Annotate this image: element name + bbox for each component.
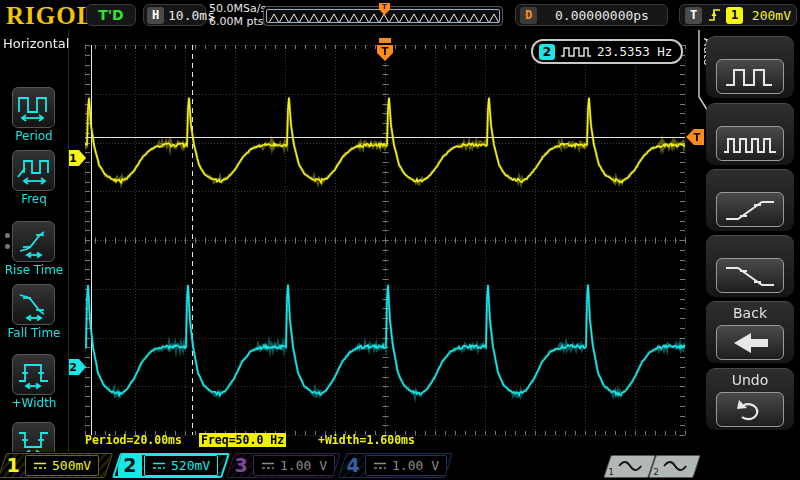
delay-panel: D 0.00000000ps — [515, 4, 668, 26]
measurement-popup: 2 23.5353 Hz — [531, 39, 683, 64]
sine-icon — [662, 459, 688, 473]
timebase-panel: H 10.0ms — [143, 4, 206, 26]
t-label-chip: T — [685, 7, 702, 24]
trigger-source-badge: 1 — [726, 7, 743, 24]
multi-pulse-icon — [720, 130, 780, 158]
measure-value: 23.5353 Hz — [597, 44, 672, 59]
trigger-level-value: 200mV — [748, 8, 791, 23]
channel-1-status[interactable]: 1 500mV — [0, 453, 113, 478]
channel-3-number: 3 — [231, 453, 251, 478]
rise-time-icon — [15, 225, 53, 258]
freq-icon — [15, 154, 53, 187]
period-icon — [15, 91, 53, 124]
generator-2-number: 2 — [653, 467, 659, 477]
channel-1-scale: 500mV — [52, 458, 91, 473]
dc-coupling-icon — [33, 461, 47, 471]
sidebar-item-rise-time-label: Rise Time — [0, 263, 68, 277]
dc-coupling-icon — [152, 461, 166, 471]
freq-wave-icon — [559, 45, 593, 59]
measure-source-badge: 2 — [539, 44, 555, 60]
rising-ramp-icon — [720, 196, 780, 224]
channel-4-scale: 1.00 V — [392, 458, 439, 473]
sidebar-title: Horizontal — [3, 36, 69, 51]
timebase-value: 10.0ms — [168, 8, 215, 23]
channel-2-status[interactable]: 2 520mV — [112, 453, 230, 478]
trigger-panel: T 1 200mV — [679, 4, 797, 26]
fall-time-icon — [15, 288, 53, 321]
memory-depth: 6.00M pts — [209, 15, 266, 28]
d-label-chip: D — [520, 7, 537, 24]
rigol-logo: RIGOL — [6, 2, 94, 30]
page-indicator-dot — [5, 244, 10, 249]
waveform-overview-bar: T — [263, 6, 503, 26]
generator-1-number: 1 — [608, 467, 614, 477]
plus-width-icon — [15, 358, 53, 391]
measure-result-freq[interactable]: Freq=50.0 Hz — [199, 433, 286, 447]
channel-4-number: 4 — [343, 453, 363, 478]
back-button-label: Back — [706, 305, 794, 321]
sidebar-item-fall-time-label: Fall Time — [0, 326, 68, 340]
sample-rate: 50.0MSa/s — [209, 2, 266, 15]
sidebar-item-rise-time[interactable] — [12, 221, 55, 262]
generator-1-status[interactable]: 1 — [603, 455, 655, 478]
page-indicator-dot — [5, 233, 10, 238]
menu-button-back[interactable]: Back — [706, 301, 794, 363]
oscilloscope-screen: RIGOL T'D H 10.0ms 50.0MSa/s 6.00M pts T… — [0, 0, 800, 480]
measure-result-pwidth[interactable]: +Width=1.600ms — [318, 433, 415, 447]
acquisition-info: 50.0MSa/s 6.00M pts — [209, 2, 266, 28]
back-arrow-icon — [720, 329, 780, 357]
channel-4-status[interactable]: 4 1.00 V — [338, 453, 453, 478]
graticule-display — [0, 30, 710, 452]
channel-2-number: 2 — [118, 454, 142, 477]
trigger-status-badge: T'D — [86, 4, 136, 26]
dc-coupling-icon — [373, 461, 387, 471]
sidebar-item-freq-label: Freq — [0, 192, 68, 206]
h-label-chip: H — [147, 7, 164, 24]
rising-edge-icon — [707, 7, 721, 23]
menu-button-undo[interactable]: Undo — [706, 368, 794, 430]
sidebar-item-fall-time[interactable] — [12, 284, 55, 325]
dc-coupling-icon — [261, 461, 275, 471]
channel-2-scale: 520mV — [171, 458, 210, 473]
sidebar-item-period[interactable] — [12, 87, 55, 128]
undo-button-label: Undo — [706, 372, 794, 388]
menu-button-multi-pulse[interactable] — [706, 103, 794, 165]
sidebar-item-plus-width[interactable] — [12, 354, 55, 395]
undo-arrow-icon — [720, 396, 780, 424]
measure-sidebar: Horizontal Period Freq — [0, 30, 69, 452]
sidebar-item-period-label: Period — [0, 129, 68, 143]
single-pulse-icon — [720, 63, 780, 91]
delay-value: 0.00000000ps — [541, 8, 663, 23]
menu-button-single-pulse[interactable] — [706, 36, 794, 98]
channel-3-status[interactable]: 3 1.00 V — [226, 453, 341, 478]
sidebar-item-freq[interactable] — [12, 150, 55, 191]
sidebar-item-plus-width-label: +Width — [0, 396, 68, 410]
measure-result-period[interactable]: Period=20.00ms — [85, 433, 182, 447]
channel-1-number: 1 — [3, 453, 23, 478]
menu-button-rising-ramp[interactable] — [706, 169, 794, 231]
channel-status-bar: 1 500mV 2 520mV — [0, 452, 800, 480]
generator-2-status[interactable]: 2 — [648, 455, 700, 478]
channel-3-scale: 1.00 V — [280, 458, 327, 473]
menu-button-falling-ramp[interactable] — [706, 235, 794, 297]
sine-icon — [617, 459, 643, 473]
falling-ramp-icon — [720, 262, 780, 290]
